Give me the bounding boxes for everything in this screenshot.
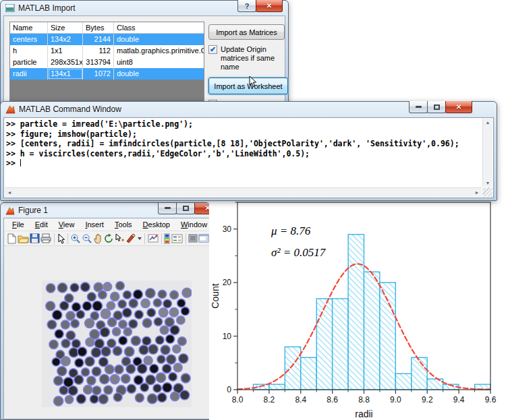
stat-sigma: σ² = 0.0517 [271,246,327,259]
x-tick-label: 8.6 [327,395,338,404]
command-window-content[interactable]: >> particle = imread('E:\particle.png');… [3,117,494,198]
table-row[interactable]: radii134x11072double [10,68,204,80]
hide-plot-tools-icon[interactable] [188,232,198,245]
edit-plot-arrow-icon[interactable] [57,232,65,245]
table-row[interactable]: h1x1112matlab.graphics.primitive.Group [10,45,204,57]
menu-insert[interactable]: Insert [80,219,109,230]
histogram-bar [395,373,411,390]
figure-titlebar[interactable]: Figure 1 ✕ [1,203,209,218]
matlab-logo-icon [5,206,15,215]
import-variable-table[interactable]: Name Size Bytes Class centers134x22144do… [9,22,204,104]
histogram-bar [316,299,332,390]
command-prompt-line[interactable]: >> [6,158,481,169]
histogram-bar [269,384,285,390]
scroll-right-icon[interactable]: ► [472,190,482,195]
data-cursor-icon[interactable] [115,232,125,245]
rotate-3d-icon[interactable] [103,232,114,245]
show-plot-tools-icon[interactable] [198,232,209,245]
scroll-left-icon[interactable]: ◄ [5,190,14,195]
menu-view[interactable]: View [53,219,80,230]
zoom-in-icon[interactable] [70,232,81,245]
table-row[interactable]: centers134x22144double [10,34,204,45]
maximize-button[interactable] [176,202,195,214]
menu-edit[interactable]: Edit [30,219,53,230]
insert-legend-icon[interactable] [171,232,183,245]
update-origin-checkbox-label: Update Origin matrices if same name [221,45,288,71]
maximize-button[interactable] [427,101,446,113]
col-header-bytes[interactable]: Bytes [83,22,114,33]
y-axis-label: Count [210,283,221,308]
link-plot-icon[interactable] [148,232,159,245]
new-figure-icon[interactable] [7,232,17,245]
histogram-bar [427,379,443,390]
table-header-row: Name Size Bytes Class [10,22,204,34]
x-tick-label: 8.2 [264,395,275,404]
command-text[interactable]: >> particle = imread('E:\particle.png');… [6,119,481,186]
y-tick-label: 30 [223,224,232,234]
matlab-command-window: MATLAB Command Window ✕ >> particle = im… [0,101,497,201]
menu-desktop[interactable]: Desktop [138,219,175,230]
menu-file[interactable]: File [7,219,30,230]
scroll-up-icon[interactable]: ▲ [483,120,492,125]
figure-canvas [4,247,209,419]
insert-colorbar-icon[interactable] [164,232,171,245]
pan-hand-icon[interactable] [93,232,103,245]
figure-title: Figure 1 [18,206,48,215]
close-button[interactable]: ✕ [445,101,472,113]
horizontal-scrollbar[interactable]: ◄ ► [5,187,482,197]
menu-tools[interactable]: Tools [109,219,138,230]
scroll-down-icon[interactable]: ▼ [483,181,492,185]
col-header-name[interactable]: Name [10,22,48,33]
minimize-button[interactable] [409,101,428,113]
command-line: >> figure; imshow(particle); [6,129,481,140]
cell-size: 134x2 [48,34,83,45]
x-tick-label: 9.0 [390,395,401,404]
minimize-button[interactable] [158,202,177,214]
col-header-class[interactable]: Class [114,22,204,33]
matlab-logo-icon [5,104,16,114]
print-figure-icon[interactable] [40,232,51,245]
y-tick-label: 10 [223,332,232,341]
command-window-title: MATLAB Command Window [19,104,121,114]
command-line: >> h = viscircles(centers,radii,'EdgeCol… [6,149,481,159]
histogram-bar [412,357,427,390]
cell-bytes: 2144 [83,34,114,45]
close-button[interactable]: ✕ [256,0,283,12]
histogram-svg: 8.08.28.48.68.89.09.29.49.60102030radiiC… [209,194,508,420]
text-caret [20,159,21,167]
x-tick-label: 8.4 [295,395,306,404]
figure-window-body: FileEditViewInsertToolsDesktopWindowHelp [3,218,209,419]
open-file-icon[interactable] [18,232,29,245]
particle-image-svg [42,280,192,407]
table-row[interactable]: particle298x351x3313794uint8 [10,57,204,68]
x-axis-label: radii [355,409,372,419]
particle-image [42,280,192,407]
import-as-worksheet-button[interactable]: Import as Worksheet [208,78,288,94]
vertical-scrollbar[interactable]: ▲ ▼ [482,119,492,187]
menu-window[interactable]: Window [175,219,210,230]
cell-size: 1x1 [48,45,83,57]
import-dialog-icon [5,4,15,12]
cell-name: centers [10,34,48,45]
y-tick-label: 0 [227,385,231,394]
import-as-matrices-button[interactable]: Import as Matrices [208,24,285,40]
help-button[interactable]: ? [237,0,256,12]
cell-bytes: 112 [83,45,114,57]
import-table-body: centers134x22144doubleh1x1112matlab.grap… [10,34,204,80]
save-figure-icon[interactable] [30,232,40,245]
col-header-size[interactable]: Size [48,22,83,33]
cell-class: double [114,68,204,80]
cell-class: matlab.graphics.primitive.Group [114,45,204,57]
cell-class: double [114,34,204,45]
zoom-out-icon[interactable] [82,232,92,245]
brush-data-icon[interactable] [125,232,142,245]
cell-size: 134x1 [48,68,83,80]
import-dialog-title: MATLAB Import [18,3,75,13]
command-window-titlebar[interactable]: MATLAB Command Window ✕ [1,102,497,117]
cell-name: radii [10,68,48,80]
histogram-bar [364,272,380,390]
close-button[interactable]: ✕ [194,202,210,214]
import-dialog-titlebar[interactable]: MATLAB Import ? ✕ [1,1,288,16]
resize-grip[interactable] [482,187,492,197]
update-origin-checkbox[interactable]: ✔ [208,45,217,54]
